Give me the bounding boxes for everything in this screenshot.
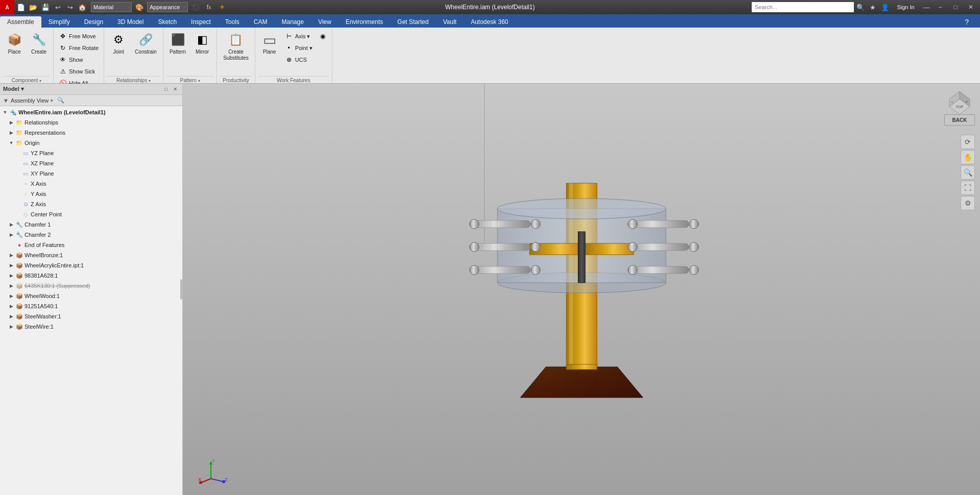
tab-get-started[interactable]: Get Started	[390, 16, 436, 28]
tree-item-y-axis[interactable]: ↑ Y Axis	[0, 189, 182, 199]
create-substitutes-button[interactable]: 📋 CreateSubstitutes	[220, 30, 251, 69]
tree-item-root[interactable]: ▼ 🔩 WheelEntire.iam (LevelofDetail1)	[0, 107, 182, 117]
tree-item-representations[interactable]: ▶ 📁 Representations	[0, 128, 182, 138]
tree-item-steelwasher[interactable]: ▶ 📦 SteelWasher:1	[0, 311, 182, 321]
orbit-icon[interactable]: ⟳	[961, 135, 975, 149]
tree-item-steelwire[interactable]: ▶ 📦 SteelWire:1	[0, 321, 182, 332]
create-button[interactable]: 🔧 Create	[28, 30, 50, 69]
show-sick-button[interactable]: ⚠ Show Sick	[57, 66, 101, 77]
appearance-dropdown[interactable]: Appearance ▾	[147, 2, 188, 12]
viewcube-back-button[interactable]: BACK	[944, 114, 975, 126]
tab-3dmodel[interactable]: 3D Model	[110, 16, 151, 28]
tree-expand-chamfer1[interactable]: ▶	[8, 222, 14, 227]
mirror-button[interactable]: ◧ Mirror	[191, 30, 213, 69]
component-group-label[interactable]: Component ▾	[3, 76, 50, 83]
tab-inspect[interactable]: Inspect	[184, 16, 218, 28]
tree-item-6435k130[interactable]: ▶ 📦 6435K130:1 (Suppressed)	[0, 281, 182, 291]
info-icon[interactable]: —	[921, 2, 932, 13]
tab-sketch[interactable]: Sketch	[151, 16, 184, 28]
tree-item-chamfer1[interactable]: ▶ 🔧 Chamfer 1	[0, 219, 182, 230]
plane-button[interactable]: ▭ Plane	[258, 30, 281, 69]
tree-item-end-features[interactable]: ● End of Features	[0, 240, 182, 250]
tab-cam[interactable]: CAM	[247, 16, 275, 28]
tab-design[interactable]: Design	[77, 16, 110, 28]
sphere-icon[interactable]: ⚫	[190, 2, 201, 13]
tree-expand-chamfer2[interactable]: ▶	[8, 232, 14, 237]
tab-help[interactable]: ?	[958, 16, 976, 28]
pattern-button[interactable]: ⬛ Pattern	[166, 30, 189, 69]
tree-item-center-point[interactable]: ◇ Center Point	[0, 209, 182, 219]
model-panel-title[interactable]: Model ▾	[3, 86, 24, 92]
tree-item-z-axis[interactable]: ⊙ Z Axis	[0, 199, 182, 209]
tab-assemble[interactable]: Assemble	[0, 16, 41, 28]
panel-resize-handle[interactable]	[180, 279, 182, 300]
tab-tools[interactable]: Tools	[218, 16, 247, 28]
material-dropdown[interactable]: Material ▾	[91, 2, 132, 12]
joint-button[interactable]: ⚙ Joint	[107, 30, 130, 69]
tree-item-origin[interactable]: ▼ 📁 Origin	[0, 138, 182, 148]
free-rotate-button[interactable]: ↻ Free Rotate	[57, 42, 101, 54]
tree-expand-6435k130[interactable]: ▶	[8, 283, 14, 288]
open-icon[interactable]: 📂	[28, 2, 39, 13]
tree-expand-steelwasher[interactable]: ▶	[8, 314, 14, 319]
axis-button[interactable]: ⊢ Axis ▾	[283, 31, 315, 42]
tab-vault[interactable]: Vault	[436, 16, 463, 28]
place-button[interactable]: 📦 Place	[3, 30, 26, 69]
model-panel-close-button[interactable]: ✕	[171, 85, 179, 93]
tree-expand-relationships[interactable]: ▶	[8, 120, 14, 125]
tree-item-98381a628[interactable]: ▶ 📦 98381A628:1	[0, 270, 182, 281]
tree-expand-98381a628[interactable]: ▶	[8, 273, 14, 278]
tree-expand-root[interactable]: ▼	[2, 110, 8, 115]
home-icon[interactable]: 🏠	[77, 2, 88, 13]
tree-item-chamfer2[interactable]: ▶ 🔧 Chamfer 2	[0, 230, 182, 240]
tab-manage[interactable]: Manage	[275, 16, 311, 28]
pattern-group-label[interactable]: Pattern ▾	[166, 76, 213, 83]
tree-item-xy-plane[interactable]: ▭ XY Plane	[0, 168, 182, 179]
viewport[interactable]: TOP L F BACK ⟳ ✋ 🔍 ⛶ ⚙ Y X	[183, 84, 980, 495]
show-button[interactable]: 👁 Show	[57, 54, 101, 65]
free-move-button[interactable]: ✥ Free Move	[57, 31, 101, 42]
tree-expand-wheelwood[interactable]: ▶	[8, 293, 14, 299]
filter-icon[interactable]: ▼	[3, 97, 9, 104]
tree-expand-steelwire[interactable]: ▶	[8, 324, 14, 329]
search-input[interactable]	[752, 2, 854, 12]
tree-expand-wheelacrylic[interactable]: ▶	[8, 263, 14, 268]
visual-style-button[interactable]: ◉	[317, 31, 329, 42]
tree-expand-wheelbronze[interactable]: ▶	[8, 253, 14, 258]
zoom-icon[interactable]: 🔍	[961, 165, 975, 180]
tree-item-x-axis[interactable]: → X Axis	[0, 179, 182, 189]
point-button[interactable]: • Point ▾	[283, 42, 315, 54]
sign-in-button[interactable]: Sign In	[892, 2, 920, 13]
maximize-button[interactable]: □	[948, 0, 963, 14]
tab-environments[interactable]: Environments	[339, 16, 390, 28]
tree-item-yz-plane[interactable]: ▭ YZ Plane	[0, 148, 182, 158]
model-panel-resize-button[interactable]: □	[162, 85, 170, 93]
tree-expand-representations[interactable]: ▶	[8, 130, 14, 135]
undo-icon[interactable]: ↩	[52, 2, 63, 13]
search-icon[interactable]: 🔍	[855, 2, 866, 13]
tree-item-wheelbronze[interactable]: ▶ 📦 WheelBronze:1	[0, 250, 182, 260]
star-icon[interactable]: ★	[867, 2, 878, 13]
assembly-view-search-icon[interactable]: 🔍	[57, 97, 64, 104]
pan-icon[interactable]: ✋	[961, 150, 975, 164]
plus-icon[interactable]: +	[217, 2, 228, 13]
constrain-button[interactable]: 🔗 Constrain	[132, 30, 160, 69]
tab-view[interactable]: View	[311, 16, 339, 28]
tree-expand-origin[interactable]: ▼	[8, 140, 14, 145]
ucs-button[interactable]: ⊕ UCS	[283, 54, 315, 65]
tree-item-wheelacrylic[interactable]: ▶ 📦 WheelAcrylicEntire.ipt:1	[0, 260, 182, 270]
tab-simplify[interactable]: Simplify	[41, 16, 77, 28]
relationships-group-label[interactable]: Relationships ▾	[107, 76, 160, 83]
tree-item-wheelwood[interactable]: ▶ 📦 WheelWood:1	[0, 291, 182, 301]
tree-expand-91251a540[interactable]: ▶	[8, 304, 14, 309]
close-button[interactable]: ✕	[964, 0, 978, 14]
fx-icon[interactable]: fx	[203, 2, 214, 13]
appearance-color-icon[interactable]: 🎨	[134, 2, 145, 13]
tab-autodesk360[interactable]: Autodesk 360	[464, 16, 515, 28]
fit-window-icon[interactable]: ⛶	[961, 181, 975, 195]
save-icon[interactable]: 💾	[40, 2, 51, 13]
minimize-button[interactable]: −	[933, 0, 947, 14]
nav-settings-icon[interactable]: ⚙	[961, 196, 975, 210]
tree-item-91251a540[interactable]: ▶ 📦 91251A540:1	[0, 301, 182, 311]
new-icon[interactable]: 📄	[15, 2, 27, 13]
